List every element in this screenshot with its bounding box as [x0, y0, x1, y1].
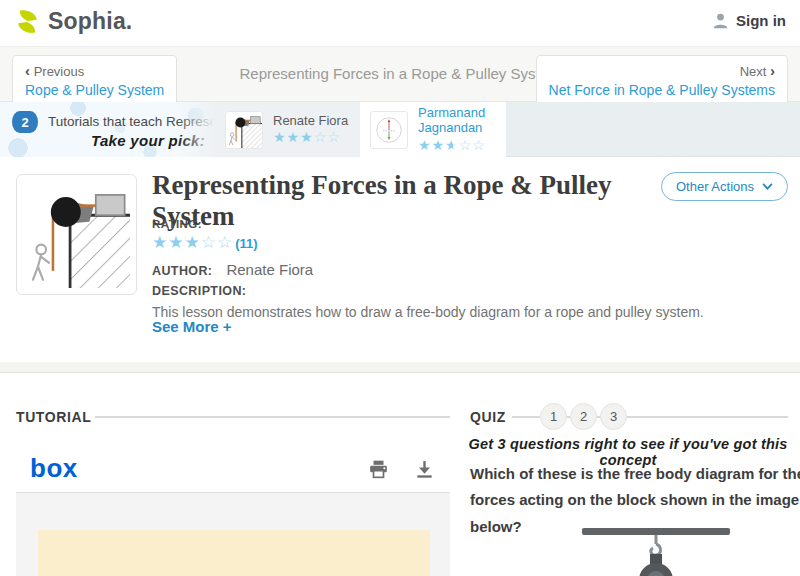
quiz-step-3: 3	[600, 403, 627, 430]
rating-block: RATING: ★★★☆☆ (11)	[152, 218, 258, 254]
other-actions-button[interactable]: Other Actions	[661, 172, 788, 201]
pulley-diagram-icon	[226, 112, 262, 148]
lesson-nav-strip: ‹ Previous Rope & Pulley System Represen…	[0, 46, 800, 102]
instructor-info: Renate Fiora ★★★☆☆	[273, 113, 348, 147]
box-embed-toolbar: box	[16, 445, 450, 492]
lesson-header-section: Representing Forces in a Rope & Pulley S…	[0, 158, 800, 373]
quiz-step-2: 2	[570, 403, 597, 430]
chevron-down-icon	[762, 183, 773, 190]
next-label: Next ›	[549, 61, 775, 81]
tutorials-teach-text: Tutorials that teach Representing	[48, 114, 213, 129]
tutorial-heading: TUTORIAL	[16, 409, 91, 425]
see-more-link[interactable]: See More +	[152, 318, 232, 335]
tutorial-rule	[95, 416, 450, 418]
instructor-card-renate-fiora[interactable]: Renate Fiora ★★★☆☆	[215, 102, 360, 157]
description-text: This lesson demonstrates how to draw a f…	[152, 302, 752, 322]
lesson-rating-stars: ★★★☆☆	[152, 232, 233, 254]
instructor-name: Renate Fiora	[273, 113, 348, 129]
instructor-card-parmanand-jagnandan[interactable]: Parmanand Jagnandan ★★★☆☆	[360, 102, 506, 157]
instructor-info: Parmanand Jagnandan ★★★☆☆	[418, 105, 496, 154]
sign-in-button[interactable]: Sign in	[712, 12, 786, 29]
previous-lesson-link[interactable]: Rope & Pulley System	[25, 81, 164, 100]
download-icon[interactable]	[415, 459, 434, 479]
pulley-diagram-image	[23, 181, 130, 288]
rating-label: RATING:	[152, 218, 258, 230]
quiz-pulley-image	[540, 518, 770, 576]
instructor-name: Parmanand Jagnandan	[418, 105, 496, 136]
brand-name: Sophia.	[48, 8, 132, 35]
author-label: AUTHOR:	[152, 264, 212, 278]
tutorial-viewer-stage[interactable]	[16, 493, 450, 576]
quiz-rule	[512, 416, 540, 418]
rating-count-link[interactable]: (11)	[235, 236, 257, 251]
sophia-leaf-icon	[14, 8, 41, 35]
take-your-pick-text: Take your pick:	[91, 132, 205, 149]
box-logo[interactable]: box	[30, 453, 78, 484]
sign-in-label: Sign in	[736, 12, 786, 29]
tutorial-slide-preview	[38, 530, 430, 576]
instructor-thumbnail	[370, 111, 408, 149]
tutorial-count-badge: 2	[12, 111, 38, 133]
print-icon[interactable]	[368, 459, 389, 479]
lesson-thumbnail	[16, 174, 137, 295]
top-header: Sophia. Sign in	[0, 0, 800, 46]
quiz-heading: QUIZ	[470, 409, 506, 425]
section-divider	[0, 362, 800, 373]
hanging-pulley-icon	[540, 518, 770, 576]
tutorial-quiz-section: TUTORIAL box QUIZ	[0, 373, 800, 576]
sophia-lesson-page: Sophia. Sign in ‹ Previous Rope & Pulley…	[0, 0, 800, 576]
next-lesson-button[interactable]: Next › Net Force in Rope & Pulley System…	[536, 55, 788, 106]
author-row: AUTHOR: Renate Fiora	[152, 261, 313, 278]
picker-intro-panel: 2 Tutorials that teach Representing Take…	[0, 102, 215, 157]
chevron-right-icon: ›	[770, 62, 775, 79]
quiz-rule	[626, 416, 788, 418]
instructor-thumbnail	[225, 111, 263, 149]
person-icon	[712, 12, 729, 29]
description-label: DESCRIPTION:	[152, 284, 752, 298]
tutorial-picker-strip: 2 Tutorials that teach Representing Take…	[0, 102, 800, 157]
description-block: DESCRIPTION: This lesson demonstrates ho…	[152, 284, 752, 322]
sophia-logo[interactable]: Sophia.	[14, 8, 132, 35]
instructor-rating-stars: ★★★☆☆	[418, 136, 496, 154]
author-name: Renate Fiora	[226, 261, 313, 278]
next-lesson-link[interactable]: Net Force in Rope & Pulley Systems	[549, 81, 775, 100]
quiz-step-1: 1	[540, 403, 567, 430]
instructor-rating-stars: ★★★☆☆	[273, 128, 348, 146]
free-body-diagram-icon	[371, 112, 407, 148]
